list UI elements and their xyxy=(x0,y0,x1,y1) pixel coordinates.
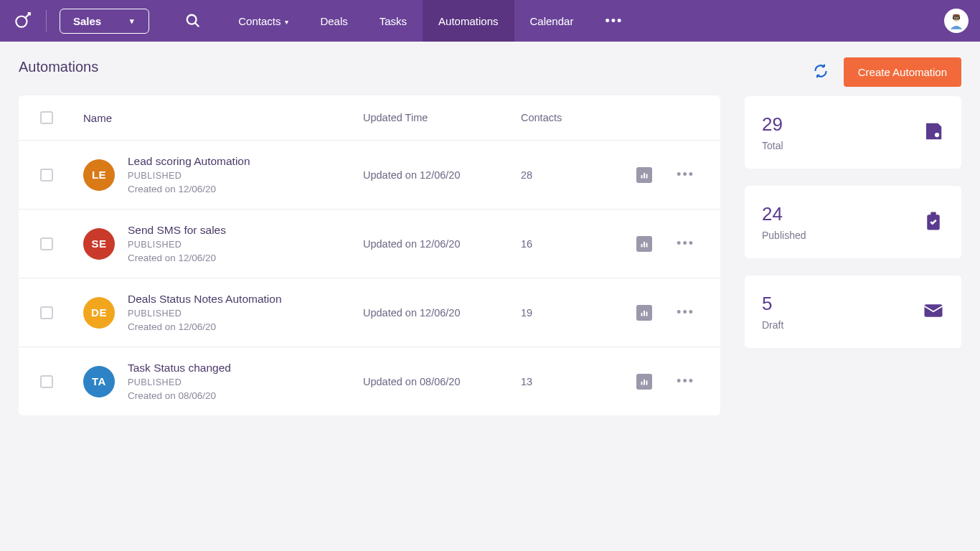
svg-point-1 xyxy=(187,15,197,24)
row-more-button[interactable]: ••• xyxy=(677,374,694,389)
page-title: Automations xyxy=(19,59,98,75)
automation-status: PUBLISHED xyxy=(128,377,231,387)
svg-rect-21 xyxy=(930,212,936,216)
stats-icon[interactable] xyxy=(636,167,652,183)
divider xyxy=(46,10,47,32)
column-header-contacts[interactable]: Contacts xyxy=(521,112,600,123)
nav-item-automations[interactable]: Automations xyxy=(423,0,514,42)
automation-status: PUBLISHED xyxy=(128,171,250,181)
clipboard-check-icon xyxy=(923,210,944,235)
svg-rect-7 xyxy=(641,175,643,179)
row-checkbox[interactable] xyxy=(40,169,53,182)
svg-rect-13 xyxy=(641,313,643,316)
automation-created: Created on 12/06/20 xyxy=(128,184,250,194)
row-checkbox[interactable] xyxy=(40,306,53,319)
svg-rect-10 xyxy=(641,244,643,248)
app-logo[interactable] xyxy=(11,10,33,32)
svg-rect-14 xyxy=(644,311,645,316)
table-row[interactable]: LE Lead scoring Automation PUBLISHED Cre… xyxy=(19,141,720,209)
svg-point-19 xyxy=(935,132,939,136)
create-automation-button[interactable]: Create Automation xyxy=(844,57,961,87)
automations-table: Name Updated Time Contacts LE Lead scori… xyxy=(19,95,720,415)
row-checkbox[interactable] xyxy=(40,237,53,250)
main-nav: Contacts▾DealsTasksAutomationsCalendar xyxy=(222,0,589,42)
svg-rect-22 xyxy=(925,304,943,317)
user-avatar[interactable] xyxy=(944,9,969,33)
svg-rect-17 xyxy=(644,380,645,385)
automation-updated: Updated on 12/06/20 xyxy=(363,307,521,319)
row-avatar: TA xyxy=(83,366,115,397)
row-avatar: SE xyxy=(83,228,115,260)
automation-contacts: 16 xyxy=(521,238,600,250)
table-header: Name Updated Time Contacts xyxy=(19,95,720,141)
automation-status: PUBLISHED xyxy=(128,309,282,319)
refresh-button[interactable] xyxy=(814,64,828,81)
row-avatar: DE xyxy=(83,297,115,329)
summary-card-draft[interactable]: 5 Draft xyxy=(745,276,961,348)
svg-point-0 xyxy=(16,17,27,27)
automation-name: Send SMS for sales xyxy=(128,224,226,237)
row-more-button[interactable]: ••• xyxy=(677,305,694,320)
automation-name: Lead scoring Automation xyxy=(128,155,250,168)
stats-icon[interactable] xyxy=(636,236,652,252)
table-row[interactable]: TA Task Status changed PUBLISHED Created… xyxy=(19,347,720,415)
automation-created: Created on 08/06/20 xyxy=(128,390,231,401)
summary-count: 24 xyxy=(762,203,806,225)
svg-rect-11 xyxy=(644,242,645,248)
automation-contacts: 28 xyxy=(521,169,600,181)
summary-label: Total xyxy=(762,140,783,151)
chevron-down-icon: ▾ xyxy=(285,18,288,26)
chevron-down-icon: ▾ xyxy=(130,17,134,26)
automation-name: Task Status changed xyxy=(128,362,231,375)
summary-label: Published xyxy=(762,230,806,241)
row-more-button[interactable]: ••• xyxy=(677,167,694,182)
table-row[interactable]: DE Deals Status Notes Automation PUBLISH… xyxy=(19,278,720,347)
automation-updated: Updated on 08/06/20 xyxy=(363,376,521,387)
svg-rect-16 xyxy=(641,382,643,385)
module-selector[interactable]: Sales ▾ xyxy=(60,9,149,34)
automation-status: PUBLISHED xyxy=(128,240,226,250)
nav-item-calendar[interactable]: Calendar xyxy=(514,0,590,42)
automation-updated: Updated on 12/06/20 xyxy=(363,169,521,181)
summary-count: 5 xyxy=(762,293,783,315)
nav-item-tasks[interactable]: Tasks xyxy=(364,0,423,42)
row-checkbox[interactable] xyxy=(40,375,53,388)
row-more-button[interactable]: ••• xyxy=(677,236,694,251)
topbar: Sales ▾ Contacts▾DealsTasksAutomationsCa… xyxy=(0,0,980,42)
nav-more-button[interactable]: ••• xyxy=(589,14,639,29)
svg-rect-15 xyxy=(646,311,648,316)
mail-icon xyxy=(923,300,944,324)
automation-name: Deals Status Notes Automation xyxy=(128,293,282,306)
row-avatar: LE xyxy=(83,159,115,191)
svg-rect-8 xyxy=(644,173,645,179)
nav-item-contacts[interactable]: Contacts▾ xyxy=(222,0,304,42)
automation-contacts: 13 xyxy=(521,376,600,387)
svg-rect-9 xyxy=(646,174,648,178)
svg-rect-12 xyxy=(646,242,648,247)
summary-sidebar: Create Automation 29 Total 24 Published … xyxy=(745,59,961,415)
nav-item-deals[interactable]: Deals xyxy=(304,0,363,42)
summary-card-total[interactable]: 29 Total xyxy=(745,96,961,169)
summary-label: Draft xyxy=(762,319,783,331)
stats-icon[interactable] xyxy=(636,305,652,321)
automation-contacts: 19 xyxy=(521,307,600,319)
save-icon xyxy=(923,121,944,145)
svg-rect-18 xyxy=(646,380,648,385)
search-button[interactable] xyxy=(185,13,201,29)
column-header-name[interactable]: Name xyxy=(83,112,363,124)
table-row[interactable]: SE Send SMS for sales PUBLISHED Created … xyxy=(19,209,720,278)
page-header: Automations xyxy=(19,59,720,75)
stats-icon[interactable] xyxy=(636,374,652,390)
column-header-updated[interactable]: Updated Time xyxy=(363,112,521,123)
automation-updated: Updated on 12/06/20 xyxy=(363,238,521,250)
automation-created: Created on 12/06/20 xyxy=(128,321,282,332)
automation-created: Created on 12/06/20 xyxy=(128,253,226,263)
summary-count: 29 xyxy=(762,113,783,136)
summary-card-published[interactable]: 24 Published xyxy=(745,186,961,258)
select-all-checkbox[interactable] xyxy=(40,111,53,124)
module-selector-label: Sales xyxy=(73,15,101,27)
